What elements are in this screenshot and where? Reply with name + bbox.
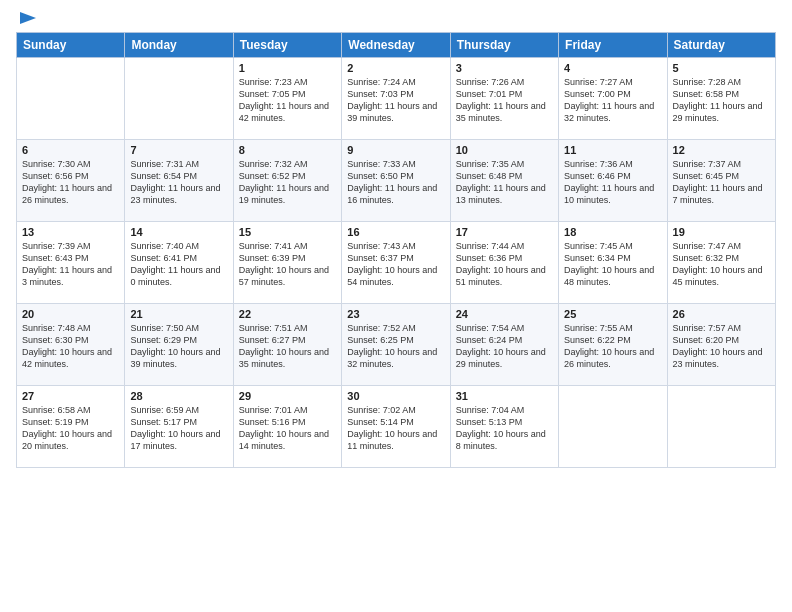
- calendar-cell: 1Sunrise: 7:23 AMSunset: 7:05 PMDaylight…: [233, 58, 341, 140]
- col-header-saturday: Saturday: [667, 33, 775, 58]
- cell-info: Sunrise: 7:26 AMSunset: 7:01 PMDaylight:…: [456, 77, 546, 123]
- cell-info: Sunrise: 7:33 AMSunset: 6:50 PMDaylight:…: [347, 159, 437, 205]
- col-header-thursday: Thursday: [450, 33, 558, 58]
- calendar-cell: 6Sunrise: 7:30 AMSunset: 6:56 PMDaylight…: [17, 140, 125, 222]
- calendar-cell: 27Sunrise: 6:58 AMSunset: 5:19 PMDayligh…: [17, 386, 125, 468]
- day-number: 28: [130, 390, 227, 402]
- col-header-monday: Monday: [125, 33, 233, 58]
- day-number: 2: [347, 62, 444, 74]
- calendar-cell: 21Sunrise: 7:50 AMSunset: 6:29 PMDayligh…: [125, 304, 233, 386]
- day-number: 20: [22, 308, 119, 320]
- day-number: 24: [456, 308, 553, 320]
- svg-marker-0: [20, 12, 36, 24]
- cell-info: Sunrise: 7:54 AMSunset: 6:24 PMDaylight:…: [456, 323, 546, 369]
- col-header-wednesday: Wednesday: [342, 33, 450, 58]
- cell-info: Sunrise: 7:04 AMSunset: 5:13 PMDaylight:…: [456, 405, 546, 451]
- cell-info: Sunrise: 6:59 AMSunset: 5:17 PMDaylight:…: [130, 405, 220, 451]
- calendar-cell: 29Sunrise: 7:01 AMSunset: 5:16 PMDayligh…: [233, 386, 341, 468]
- header: [16, 12, 776, 24]
- day-number: 29: [239, 390, 336, 402]
- calendar-cell: 3Sunrise: 7:26 AMSunset: 7:01 PMDaylight…: [450, 58, 558, 140]
- cell-info: Sunrise: 7:51 AMSunset: 6:27 PMDaylight:…: [239, 323, 329, 369]
- calendar-cell: 28Sunrise: 6:59 AMSunset: 5:17 PMDayligh…: [125, 386, 233, 468]
- cell-info: Sunrise: 7:40 AMSunset: 6:41 PMDaylight:…: [130, 241, 220, 287]
- cell-info: Sunrise: 7:47 AMSunset: 6:32 PMDaylight:…: [673, 241, 763, 287]
- calendar-cell: 31Sunrise: 7:04 AMSunset: 5:13 PMDayligh…: [450, 386, 558, 468]
- calendar-cell: 30Sunrise: 7:02 AMSunset: 5:14 PMDayligh…: [342, 386, 450, 468]
- week-row-2: 6Sunrise: 7:30 AMSunset: 6:56 PMDaylight…: [17, 140, 776, 222]
- calendar-cell: 9Sunrise: 7:33 AMSunset: 6:50 PMDaylight…: [342, 140, 450, 222]
- calendar-cell: 10Sunrise: 7:35 AMSunset: 6:48 PMDayligh…: [450, 140, 558, 222]
- calendar-cell: 4Sunrise: 7:27 AMSunset: 7:00 PMDaylight…: [559, 58, 667, 140]
- cell-info: Sunrise: 7:27 AMSunset: 7:00 PMDaylight:…: [564, 77, 654, 123]
- calendar-cell: 16Sunrise: 7:43 AMSunset: 6:37 PMDayligh…: [342, 222, 450, 304]
- day-number: 12: [673, 144, 770, 156]
- cell-info: Sunrise: 7:52 AMSunset: 6:25 PMDaylight:…: [347, 323, 437, 369]
- day-number: 22: [239, 308, 336, 320]
- cell-info: Sunrise: 7:01 AMSunset: 5:16 PMDaylight:…: [239, 405, 329, 451]
- cell-info: Sunrise: 7:31 AMSunset: 6:54 PMDaylight:…: [130, 159, 220, 205]
- day-number: 25: [564, 308, 661, 320]
- day-number: 27: [22, 390, 119, 402]
- calendar-cell: 7Sunrise: 7:31 AMSunset: 6:54 PMDaylight…: [125, 140, 233, 222]
- cell-info: Sunrise: 7:23 AMSunset: 7:05 PMDaylight:…: [239, 77, 329, 123]
- header-row: SundayMondayTuesdayWednesdayThursdayFrid…: [17, 33, 776, 58]
- calendar-cell: 13Sunrise: 7:39 AMSunset: 6:43 PMDayligh…: [17, 222, 125, 304]
- calendar-cell: 2Sunrise: 7:24 AMSunset: 7:03 PMDaylight…: [342, 58, 450, 140]
- cell-info: Sunrise: 7:50 AMSunset: 6:29 PMDaylight:…: [130, 323, 220, 369]
- day-number: 7: [130, 144, 227, 156]
- cell-info: Sunrise: 7:36 AMSunset: 6:46 PMDaylight:…: [564, 159, 654, 205]
- day-number: 23: [347, 308, 444, 320]
- week-row-3: 13Sunrise: 7:39 AMSunset: 6:43 PMDayligh…: [17, 222, 776, 304]
- col-header-friday: Friday: [559, 33, 667, 58]
- calendar-cell: 11Sunrise: 7:36 AMSunset: 6:46 PMDayligh…: [559, 140, 667, 222]
- calendar-cell: [667, 386, 775, 468]
- cell-info: Sunrise: 7:55 AMSunset: 6:22 PMDaylight:…: [564, 323, 654, 369]
- day-number: 31: [456, 390, 553, 402]
- calendar-cell: 23Sunrise: 7:52 AMSunset: 6:25 PMDayligh…: [342, 304, 450, 386]
- day-number: 3: [456, 62, 553, 74]
- day-number: 16: [347, 226, 444, 238]
- calendar-cell: 24Sunrise: 7:54 AMSunset: 6:24 PMDayligh…: [450, 304, 558, 386]
- calendar-cell: [125, 58, 233, 140]
- day-number: 10: [456, 144, 553, 156]
- calendar-cell: 12Sunrise: 7:37 AMSunset: 6:45 PMDayligh…: [667, 140, 775, 222]
- cell-info: Sunrise: 6:58 AMSunset: 5:19 PMDaylight:…: [22, 405, 112, 451]
- cell-info: Sunrise: 7:30 AMSunset: 6:56 PMDaylight:…: [22, 159, 112, 205]
- day-number: 14: [130, 226, 227, 238]
- day-number: 15: [239, 226, 336, 238]
- day-number: 17: [456, 226, 553, 238]
- col-header-sunday: Sunday: [17, 33, 125, 58]
- cell-info: Sunrise: 7:35 AMSunset: 6:48 PMDaylight:…: [456, 159, 546, 205]
- calendar-page: SundayMondayTuesdayWednesdayThursdayFrid…: [0, 0, 792, 612]
- calendar-cell: [17, 58, 125, 140]
- calendar-cell: 17Sunrise: 7:44 AMSunset: 6:36 PMDayligh…: [450, 222, 558, 304]
- calendar-cell: 26Sunrise: 7:57 AMSunset: 6:20 PMDayligh…: [667, 304, 775, 386]
- cell-info: Sunrise: 7:43 AMSunset: 6:37 PMDaylight:…: [347, 241, 437, 287]
- day-number: 21: [130, 308, 227, 320]
- cell-info: Sunrise: 7:28 AMSunset: 6:58 PMDaylight:…: [673, 77, 763, 123]
- day-number: 30: [347, 390, 444, 402]
- calendar-cell: 14Sunrise: 7:40 AMSunset: 6:41 PMDayligh…: [125, 222, 233, 304]
- cell-info: Sunrise: 7:57 AMSunset: 6:20 PMDaylight:…: [673, 323, 763, 369]
- week-row-1: 1Sunrise: 7:23 AMSunset: 7:05 PMDaylight…: [17, 58, 776, 140]
- day-number: 4: [564, 62, 661, 74]
- week-row-4: 20Sunrise: 7:48 AMSunset: 6:30 PMDayligh…: [17, 304, 776, 386]
- week-row-5: 27Sunrise: 6:58 AMSunset: 5:19 PMDayligh…: [17, 386, 776, 468]
- day-number: 9: [347, 144, 444, 156]
- calendar-table: SundayMondayTuesdayWednesdayThursdayFrid…: [16, 32, 776, 468]
- calendar-cell: [559, 386, 667, 468]
- cell-info: Sunrise: 7:48 AMSunset: 6:30 PMDaylight:…: [22, 323, 112, 369]
- calendar-cell: 19Sunrise: 7:47 AMSunset: 6:32 PMDayligh…: [667, 222, 775, 304]
- day-number: 26: [673, 308, 770, 320]
- cell-info: Sunrise: 7:37 AMSunset: 6:45 PMDaylight:…: [673, 159, 763, 205]
- calendar-cell: 25Sunrise: 7:55 AMSunset: 6:22 PMDayligh…: [559, 304, 667, 386]
- calendar-cell: 5Sunrise: 7:28 AMSunset: 6:58 PMDaylight…: [667, 58, 775, 140]
- cell-info: Sunrise: 7:44 AMSunset: 6:36 PMDaylight:…: [456, 241, 546, 287]
- col-header-tuesday: Tuesday: [233, 33, 341, 58]
- calendar-cell: 18Sunrise: 7:45 AMSunset: 6:34 PMDayligh…: [559, 222, 667, 304]
- day-number: 6: [22, 144, 119, 156]
- cell-info: Sunrise: 7:32 AMSunset: 6:52 PMDaylight:…: [239, 159, 329, 205]
- logo-flag-icon: [18, 10, 40, 28]
- logo: [16, 12, 40, 24]
